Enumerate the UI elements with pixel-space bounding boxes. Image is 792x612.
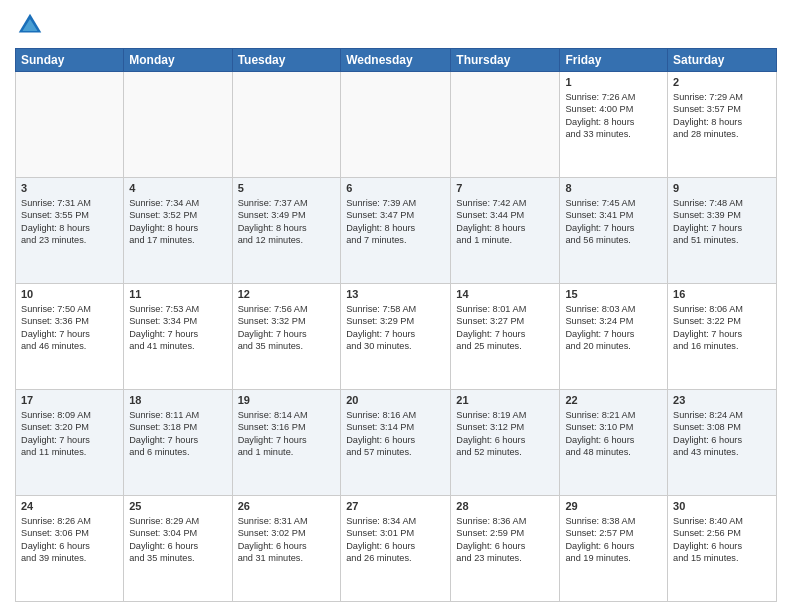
day-number: 14 <box>456 287 554 302</box>
day-number: 2 <box>673 75 771 90</box>
calendar-week-row: 3Sunrise: 7:31 AM Sunset: 3:55 PM Daylig… <box>16 178 777 284</box>
day-number: 13 <box>346 287 445 302</box>
calendar-cell: 8Sunrise: 7:45 AM Sunset: 3:41 PM Daylig… <box>560 178 668 284</box>
calendar-cell: 1Sunrise: 7:26 AM Sunset: 4:00 PM Daylig… <box>560 72 668 178</box>
logo <box>15 10 49 40</box>
calendar-cell: 29Sunrise: 8:38 AM Sunset: 2:57 PM Dayli… <box>560 496 668 602</box>
day-info: Sunrise: 8:11 AM Sunset: 3:18 PM Dayligh… <box>129 409 226 459</box>
calendar-cell <box>124 72 232 178</box>
day-info: Sunrise: 7:56 AM Sunset: 3:32 PM Dayligh… <box>238 303 336 353</box>
day-number: 29 <box>565 499 662 514</box>
calendar-cell: 16Sunrise: 8:06 AM Sunset: 3:22 PM Dayli… <box>668 284 777 390</box>
day-info: Sunrise: 7:29 AM Sunset: 3:57 PM Dayligh… <box>673 91 771 141</box>
day-number: 8 <box>565 181 662 196</box>
day-info: Sunrise: 8:38 AM Sunset: 2:57 PM Dayligh… <box>565 515 662 565</box>
calendar-week-row: 24Sunrise: 8:26 AM Sunset: 3:06 PM Dayli… <box>16 496 777 602</box>
day-number: 12 <box>238 287 336 302</box>
day-number: 5 <box>238 181 336 196</box>
day-number: 1 <box>565 75 662 90</box>
header <box>15 10 777 40</box>
calendar-cell: 5Sunrise: 7:37 AM Sunset: 3:49 PM Daylig… <box>232 178 341 284</box>
calendar-cell: 25Sunrise: 8:29 AM Sunset: 3:04 PM Dayli… <box>124 496 232 602</box>
calendar-cell: 3Sunrise: 7:31 AM Sunset: 3:55 PM Daylig… <box>16 178 124 284</box>
day-number: 20 <box>346 393 445 408</box>
calendar-cell: 27Sunrise: 8:34 AM Sunset: 3:01 PM Dayli… <box>341 496 451 602</box>
calendar-cell: 6Sunrise: 7:39 AM Sunset: 3:47 PM Daylig… <box>341 178 451 284</box>
day-number: 25 <box>129 499 226 514</box>
day-number: 17 <box>21 393 118 408</box>
day-info: Sunrise: 8:40 AM Sunset: 2:56 PM Dayligh… <box>673 515 771 565</box>
day-info: Sunrise: 8:01 AM Sunset: 3:27 PM Dayligh… <box>456 303 554 353</box>
day-info: Sunrise: 8:14 AM Sunset: 3:16 PM Dayligh… <box>238 409 336 459</box>
calendar-cell: 23Sunrise: 8:24 AM Sunset: 3:08 PM Dayli… <box>668 390 777 496</box>
calendar-week-row: 17Sunrise: 8:09 AM Sunset: 3:20 PM Dayli… <box>16 390 777 496</box>
day-info: Sunrise: 7:26 AM Sunset: 4:00 PM Dayligh… <box>565 91 662 141</box>
calendar-cell: 13Sunrise: 7:58 AM Sunset: 3:29 PM Dayli… <box>341 284 451 390</box>
day-info: Sunrise: 8:31 AM Sunset: 3:02 PM Dayligh… <box>238 515 336 565</box>
calendar-cell: 4Sunrise: 7:34 AM Sunset: 3:52 PM Daylig… <box>124 178 232 284</box>
calendar-week-row: 10Sunrise: 7:50 AM Sunset: 3:36 PM Dayli… <box>16 284 777 390</box>
day-number: 19 <box>238 393 336 408</box>
day-info: Sunrise: 8:09 AM Sunset: 3:20 PM Dayligh… <box>21 409 118 459</box>
day-number: 27 <box>346 499 445 514</box>
day-number: 26 <box>238 499 336 514</box>
day-info: Sunrise: 7:48 AM Sunset: 3:39 PM Dayligh… <box>673 197 771 247</box>
day-info: Sunrise: 7:53 AM Sunset: 3:34 PM Dayligh… <box>129 303 226 353</box>
day-info: Sunrise: 8:16 AM Sunset: 3:14 PM Dayligh… <box>346 409 445 459</box>
day-number: 28 <box>456 499 554 514</box>
day-number: 4 <box>129 181 226 196</box>
day-number: 3 <box>21 181 118 196</box>
calendar-cell: 10Sunrise: 7:50 AM Sunset: 3:36 PM Dayli… <box>16 284 124 390</box>
day-number: 18 <box>129 393 226 408</box>
day-number: 24 <box>21 499 118 514</box>
calendar-cell: 20Sunrise: 8:16 AM Sunset: 3:14 PM Dayli… <box>341 390 451 496</box>
calendar-cell: 12Sunrise: 7:56 AM Sunset: 3:32 PM Dayli… <box>232 284 341 390</box>
day-number: 16 <box>673 287 771 302</box>
calendar-cell: 22Sunrise: 8:21 AM Sunset: 3:10 PM Dayli… <box>560 390 668 496</box>
weekday-header: Sunday <box>16 49 124 72</box>
day-info: Sunrise: 8:26 AM Sunset: 3:06 PM Dayligh… <box>21 515 118 565</box>
calendar-cell <box>232 72 341 178</box>
calendar-cell: 7Sunrise: 7:42 AM Sunset: 3:44 PM Daylig… <box>451 178 560 284</box>
day-info: Sunrise: 7:50 AM Sunset: 3:36 PM Dayligh… <box>21 303 118 353</box>
day-number: 21 <box>456 393 554 408</box>
calendar-cell: 24Sunrise: 8:26 AM Sunset: 3:06 PM Dayli… <box>16 496 124 602</box>
calendar-cell <box>451 72 560 178</box>
calendar-header-row: SundayMondayTuesdayWednesdayThursdayFrid… <box>16 49 777 72</box>
calendar-cell: 9Sunrise: 7:48 AM Sunset: 3:39 PM Daylig… <box>668 178 777 284</box>
day-number: 11 <box>129 287 226 302</box>
day-number: 6 <box>346 181 445 196</box>
weekday-header: Monday <box>124 49 232 72</box>
weekday-header: Thursday <box>451 49 560 72</box>
weekday-header: Wednesday <box>341 49 451 72</box>
day-number: 7 <box>456 181 554 196</box>
page: SundayMondayTuesdayWednesdayThursdayFrid… <box>0 0 792 612</box>
calendar-cell <box>16 72 124 178</box>
calendar-cell: 14Sunrise: 8:01 AM Sunset: 3:27 PM Dayli… <box>451 284 560 390</box>
calendar-cell: 18Sunrise: 8:11 AM Sunset: 3:18 PM Dayli… <box>124 390 232 496</box>
day-info: Sunrise: 8:24 AM Sunset: 3:08 PM Dayligh… <box>673 409 771 459</box>
weekday-header: Tuesday <box>232 49 341 72</box>
weekday-header: Saturday <box>668 49 777 72</box>
weekday-header: Friday <box>560 49 668 72</box>
calendar-cell: 21Sunrise: 8:19 AM Sunset: 3:12 PM Dayli… <box>451 390 560 496</box>
day-info: Sunrise: 7:58 AM Sunset: 3:29 PM Dayligh… <box>346 303 445 353</box>
day-info: Sunrise: 7:31 AM Sunset: 3:55 PM Dayligh… <box>21 197 118 247</box>
day-info: Sunrise: 8:06 AM Sunset: 3:22 PM Dayligh… <box>673 303 771 353</box>
day-info: Sunrise: 8:29 AM Sunset: 3:04 PM Dayligh… <box>129 515 226 565</box>
day-number: 9 <box>673 181 771 196</box>
day-info: Sunrise: 7:39 AM Sunset: 3:47 PM Dayligh… <box>346 197 445 247</box>
day-number: 23 <box>673 393 771 408</box>
logo-icon <box>15 10 45 40</box>
calendar-cell: 11Sunrise: 7:53 AM Sunset: 3:34 PM Dayli… <box>124 284 232 390</box>
day-info: Sunrise: 8:21 AM Sunset: 3:10 PM Dayligh… <box>565 409 662 459</box>
day-info: Sunrise: 7:37 AM Sunset: 3:49 PM Dayligh… <box>238 197 336 247</box>
day-number: 30 <box>673 499 771 514</box>
day-info: Sunrise: 7:42 AM Sunset: 3:44 PM Dayligh… <box>456 197 554 247</box>
calendar-week-row: 1Sunrise: 7:26 AM Sunset: 4:00 PM Daylig… <box>16 72 777 178</box>
calendar-cell: 17Sunrise: 8:09 AM Sunset: 3:20 PM Dayli… <box>16 390 124 496</box>
calendar-cell: 26Sunrise: 8:31 AM Sunset: 3:02 PM Dayli… <box>232 496 341 602</box>
calendar-cell: 15Sunrise: 8:03 AM Sunset: 3:24 PM Dayli… <box>560 284 668 390</box>
calendar-cell <box>341 72 451 178</box>
day-info: Sunrise: 8:03 AM Sunset: 3:24 PM Dayligh… <box>565 303 662 353</box>
